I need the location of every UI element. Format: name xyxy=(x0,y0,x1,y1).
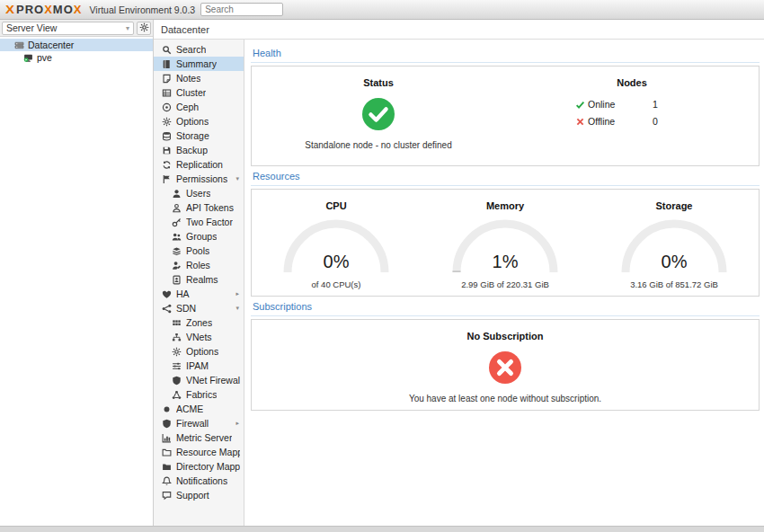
menu-item-cluster[interactable]: Cluster xyxy=(154,85,244,100)
menu-item-options[interactable]: Options xyxy=(154,114,244,129)
node-status-row-offline: Offline0 xyxy=(575,116,688,127)
content-area: Datacenter SearchSummaryNotesClusterCeph… xyxy=(154,20,764,526)
chevron-right-icon: ▸ xyxy=(235,420,239,427)
tree-settings-button[interactable] xyxy=(137,22,151,35)
key-icon xyxy=(171,217,182,227)
dot-icon xyxy=(161,404,172,414)
menu-item-label: API Tokens xyxy=(186,202,234,213)
menu-item-metric-server[interactable]: Metric Server xyxy=(154,430,244,445)
gauge-arc: 0% xyxy=(278,218,395,274)
tree-item-pve[interactable]: pve xyxy=(0,51,153,64)
role-icon xyxy=(171,261,182,270)
subscription-heading: No Subscription xyxy=(467,331,544,341)
subscription-error-icon xyxy=(488,350,522,385)
menu-item-label: Metric Server xyxy=(176,432,232,443)
menu-item-roles[interactable]: Roles xyxy=(154,258,244,272)
groups-icon xyxy=(171,232,182,242)
pools-icon xyxy=(171,246,182,256)
sdn-icon xyxy=(161,304,172,314)
menu-item-replication[interactable]: Replication xyxy=(154,157,244,172)
menu-item-notes[interactable]: Notes xyxy=(154,71,244,85)
proxmox-logo-icon: X xyxy=(5,4,14,16)
bottom-bar xyxy=(0,526,764,532)
menu-item-label: Two Factor xyxy=(186,217,233,227)
menu-item-directory-mappings[interactable]: Directory Mappings xyxy=(154,459,244,474)
status-ok-icon xyxy=(361,97,395,131)
permissions-icon xyxy=(161,174,172,184)
global-search-input[interactable] xyxy=(200,3,283,16)
subscriptions-panel: No Subscription You have at least one no… xyxy=(251,319,760,411)
ceph-icon xyxy=(161,102,172,112)
health-panel: Status Standalone node - no cluster defi… xyxy=(251,66,760,166)
menu-item-summary[interactable]: Summary xyxy=(154,57,244,71)
menu-item-permissions[interactable]: Permissions▾ xyxy=(154,172,244,186)
search-icon xyxy=(161,45,172,55)
menu-item-users[interactable]: Users xyxy=(154,186,244,200)
menu-item-label: IPAM xyxy=(186,360,209,371)
fabrics-icon xyxy=(171,390,182,400)
content-title-bar: Datacenter xyxy=(154,20,764,40)
menu-item-acme[interactable]: ACME xyxy=(154,402,244,416)
view-selector-dropdown[interactable]: Server View ▾ xyxy=(2,22,134,35)
node-status-row-online: Online1 xyxy=(575,99,688,110)
node-state-label: Offline xyxy=(588,116,653,127)
cluster-status-block: Status Standalone node - no cluster defi… xyxy=(252,66,505,165)
menu-item-ha[interactable]: HA▸ xyxy=(154,287,244,301)
menu-item-realms[interactable]: Realms xyxy=(154,272,244,287)
menu-item-label: Search xyxy=(176,44,206,55)
menu-item-storage[interactable]: Storage xyxy=(154,129,244,143)
gauge-detail: of 40 CPU(s) xyxy=(312,279,361,289)
menu-item-options[interactable]: Options xyxy=(154,344,244,359)
support-icon xyxy=(161,491,172,501)
chart-icon xyxy=(161,433,172,443)
menu-item-firewall[interactable]: Firewall▸ xyxy=(154,416,244,430)
menu-item-vnets[interactable]: VNets xyxy=(154,330,244,344)
menu-item-support[interactable]: Support xyxy=(154,488,244,502)
menu-item-label: Resource Mappings xyxy=(176,447,240,457)
gauge-percent: 1% xyxy=(447,252,564,272)
node-icon xyxy=(23,53,33,63)
menu-item-label: Permissions xyxy=(176,173,227,184)
replication-icon xyxy=(161,160,172,170)
subscriptions-section: Subscriptions No Subscription You have a… xyxy=(251,297,760,411)
nodes-rows: Online1Offline0 xyxy=(575,99,688,127)
menu-item-resource-mappings[interactable]: Resource Mappings xyxy=(154,445,244,459)
status-heading: Status xyxy=(363,77,394,88)
menu-item-label: Fabrics xyxy=(186,389,217,400)
menu-item-label: Roles xyxy=(186,260,210,270)
chevron-down-icon: ▾ xyxy=(235,305,239,312)
menu-item-api-tokens[interactable]: API Tokens xyxy=(154,200,244,215)
menu-item-pools[interactable]: Pools xyxy=(154,244,244,258)
gauge-detail: 2.99 GiB of 220.31 GiB xyxy=(461,279,549,289)
menu-item-label: Cluster xyxy=(176,87,206,98)
menu-item-notifications[interactable]: Notifications xyxy=(154,474,244,488)
gauge-title: CPU xyxy=(325,200,346,211)
subscriptions-section-title: Subscriptions xyxy=(251,297,760,316)
menu-item-search[interactable]: Search xyxy=(154,42,244,57)
menu-item-ceph[interactable]: Ceph xyxy=(154,100,244,114)
menu-item-label: Groups xyxy=(186,231,217,242)
view-selector-label: Server View xyxy=(6,22,57,33)
menu-item-vnet-firewall[interactable]: VNet Firewall xyxy=(154,373,244,387)
status-message: Standalone node - no cluster defined xyxy=(305,140,451,150)
menu-item-groups[interactable]: Groups xyxy=(154,229,244,244)
datacenter-icon xyxy=(14,40,24,50)
folder-open-icon xyxy=(161,448,172,457)
gear-icon xyxy=(161,117,172,127)
menu-item-two-factor[interactable]: Two Factor xyxy=(154,215,244,229)
menu-item-label: Ceph xyxy=(176,102,199,112)
menu-item-label: Summary xyxy=(176,58,217,69)
menu-item-backup[interactable]: Backup xyxy=(154,143,244,157)
version-label: Virtual Environment 9.0.3 xyxy=(89,4,195,15)
vnets-icon xyxy=(171,332,182,342)
menu-item-ipam[interactable]: IPAM xyxy=(154,359,244,373)
user-icon xyxy=(171,189,182,199)
menu-item-label: Backup xyxy=(176,145,208,155)
cross-icon xyxy=(575,117,588,127)
tree-item-datacenter[interactable]: Datacenter xyxy=(0,39,153,51)
menu-item-zones[interactable]: Zones xyxy=(154,315,244,330)
menu-item-fabrics[interactable]: Fabrics xyxy=(154,387,244,402)
gauge-percent: 0% xyxy=(278,252,395,272)
menu-item-sdn[interactable]: SDN▾ xyxy=(154,301,244,315)
health-section: Health Status Standalone node - no clust… xyxy=(251,43,760,166)
